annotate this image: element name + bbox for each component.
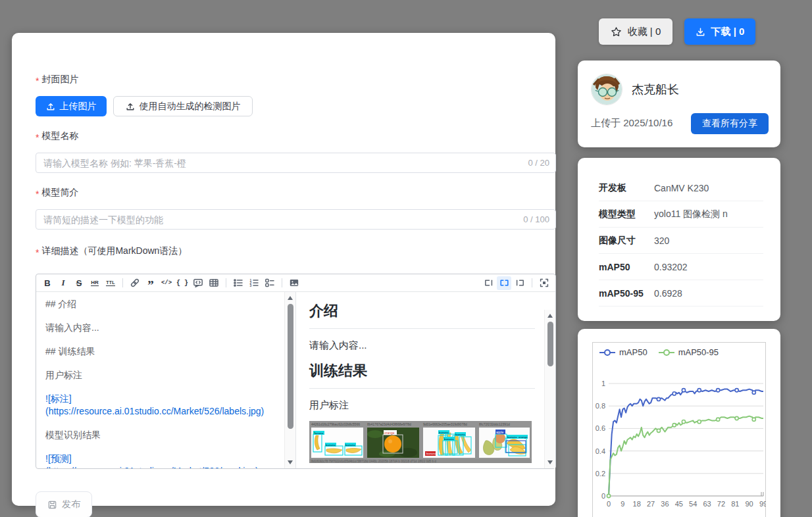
legend-item-map50[interactable]: mAP50 [599,347,647,357]
svg-text:orange: orange [519,435,528,439]
unordered-list-icon[interactable] [231,276,245,290]
markdown-paragraph: 用户标注 [45,369,279,382]
model-intro-field: 0 / 100 [36,209,556,230]
scroll-up-icon[interactable] [288,296,293,300]
model-info-row: 图像尺寸320 [599,228,763,254]
publish-button[interactable]: 发布 [36,491,92,517]
model-name-field: 0 / 20 [36,153,556,173]
publish-form-card: * 封面图片 上传图片 使用自动生成的检测图片 * 模型名称 0 / 20 * … [12,33,555,506]
ordered-list-icon[interactable]: 123 [247,276,261,290]
italic-icon[interactable]: I [56,276,70,290]
markdown-source-pane[interactable]: ## 介绍请输入内容...## 训练结果用户标注![标注](https://re… [36,292,296,468]
toolbar-right-group [481,276,551,290]
model-info-rows: 开发板CanMV K230模型类型yolo11 图像检测 n图像尺寸320mAP… [599,175,763,307]
thumb-bananas: 44261d16c279bac62c02b8c5566 [311,422,363,458]
svg-text:banana: banana [444,437,454,441]
legend-item-map50-95[interactable]: mAP50-95 [658,347,719,357]
toolbar-divider [122,278,123,287]
preview-scrollbar[interactable] [544,310,555,468]
preview-only-icon[interactable] [513,276,527,290]
svg-text:0: 0 [601,492,605,500]
strikethrough-icon[interactable]: S [72,276,86,290]
editor-toolbar: BISHRTTL”</>{ }123 [36,274,555,292]
preview-heading-results: 训练结果 [309,361,535,389]
fullscreen-icon[interactable] [537,276,551,290]
info-label: 模型类型 [599,209,654,220]
required-asterisk: * [36,132,39,143]
model-name-counter: 0 / 20 [528,153,549,173]
required-asterisk: * [36,189,39,199]
svg-text:9: 9 [621,500,624,508]
legend-marker-icon [599,349,616,357]
metrics-chart-card: 00.20.40.60.810918273645546372819099 mAP… [578,329,780,517]
svg-text:81: 81 [731,500,739,508]
legend-label: mAP50-95 [678,347,719,357]
html-block-icon[interactable] [191,276,205,290]
code-block-icon[interactable]: { } [175,276,190,290]
markdown-link-line: ![预测] [45,453,279,465]
model-intro-input[interactable] [36,209,556,230]
title-icon[interactable]: TTL [103,276,118,290]
table-icon[interactable] [207,276,221,290]
split-view-icon[interactable] [497,276,511,290]
svg-text:anana: anana [315,431,324,435]
legend-marker-icon [658,349,675,357]
svg-text:banana: banana [439,431,449,434]
info-value: yolo11 图像检测 n [654,209,728,220]
star-icon [611,26,622,37]
model-info-row: 开发板CanMV K230 [599,175,763,201]
scrollbar-thumb[interactable] [547,322,553,366]
model-info-row: 模型类型yolo11 图像检测 n [599,201,763,228]
svg-text:banana: banana [426,452,436,455]
markdown-paragraph: ![标注](https://resource.ai.01studio.cc/Ma… [45,393,279,418]
markdown-editor: BISHRTTL”</>{ }123 ## 介绍请输入内容...## 训练结果用… [36,274,556,469]
markdown-text-line: ## 训练结果 [45,345,279,358]
upload-image-button[interactable]: 上传图片 [36,96,107,116]
scroll-up-icon[interactable] [547,314,553,318]
save-icon [47,500,57,510]
source-scrollbar[interactable] [284,292,295,468]
preview-heading-intro: 介绍 [309,301,535,329]
view-all-shares-button[interactable]: 查看所有分享 [691,113,769,134]
toolbar-divider [282,278,282,287]
avatar[interactable] [591,74,622,105]
markdown-source[interactable]: ## 介绍请输入内容...## 训练结果用户标注![标注](https://re… [36,292,284,468]
scrollbar-thumb[interactable] [288,304,293,429]
model-name-input[interactable] [36,153,556,173]
link-icon[interactable] [128,276,142,290]
model-intro-label: * 模型简介 [36,187,78,199]
svg-text:8fc72f232ddc12391d: 8fc72f232ddc12391d [479,422,510,426]
svg-text:99: 99 [759,500,766,508]
image-icon[interactable] [287,276,301,290]
model-intro-counter: 0 / 100 [523,209,549,230]
scroll-down-icon[interactable] [547,460,553,464]
thumb-orange: 8b41767a23d4d43f868e6f78d orange [367,422,419,458]
svg-text:banana: banana [507,435,517,439]
svg-text:18: 18 [633,500,641,508]
horizontal-rule-icon[interactable]: HR [88,276,102,290]
upload-date: 上传于 2025/10/16 [591,117,672,130]
markdown-paragraph: ## 训练结果 [45,345,279,358]
download-button[interactable]: 下载 | 0 [684,18,755,45]
preview-paragraph: 请输入内容... [309,339,535,352]
markdown-preview: 介绍 请输入内容... 训练结果 用户标注 44261d16c279bac62c… [296,292,544,468]
bold-icon[interactable]: B [40,276,55,290]
svg-text:0.6: 0.6 [596,424,605,432]
use-auto-detection-image-button[interactable]: 使用自动生成的检测图片 [113,96,253,116]
favorite-button[interactable]: 收藏 | 0 [599,18,672,45]
editor-only-icon[interactable] [481,276,495,290]
quote-icon[interactable]: ” [143,276,158,290]
task-list-icon[interactable] [263,276,277,290]
svg-text:54: 54 [689,500,697,508]
upload-icon [46,102,55,111]
chart-legend: mAP50mAP50-95 [599,347,719,357]
svg-text:0.2: 0.2 [596,470,605,478]
inline-code-icon[interactable]: </> [159,276,174,290]
svg-text:45: 45 [675,500,683,508]
thumb-mixed-fruit: 8fc72f232ddc12391d [479,422,530,458]
legend-label: mAP50 [619,347,647,357]
toolbar-left-group: BISHRTTL”</>{ }123 [40,276,301,290]
info-label: 开发板 [599,182,654,194]
scroll-down-icon[interactable] [288,460,293,464]
markdown-text-line: 模型识别结果 [45,429,279,441]
